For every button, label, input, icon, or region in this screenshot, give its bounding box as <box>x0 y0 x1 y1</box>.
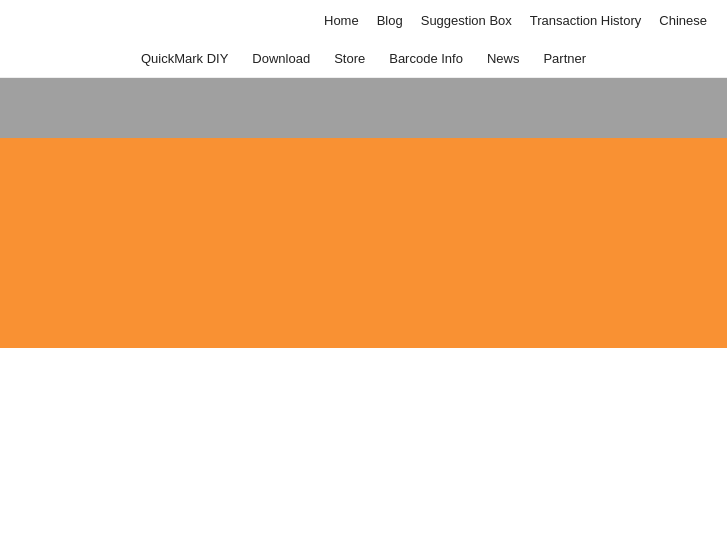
nav-partner[interactable]: Partner <box>543 51 586 66</box>
nav-blog[interactable]: Blog <box>377 13 403 28</box>
nav-quickmark-diy[interactable]: QuickMark DIY <box>141 51 228 66</box>
gray-banner <box>0 78 727 138</box>
nav-news[interactable]: News <box>487 51 520 66</box>
nav-suggestion-box[interactable]: Suggestion Box <box>421 13 512 28</box>
secondary-navigation: QuickMark DIY Download Store Barcode Inf… <box>0 40 727 78</box>
content-area <box>0 348 727 388</box>
nav-chinese[interactable]: Chinese <box>659 13 707 28</box>
orange-banner <box>0 138 727 348</box>
top-navigation: Home Blog Suggestion Box Transaction His… <box>0 0 727 40</box>
nav-store[interactable]: Store <box>334 51 365 66</box>
nav-home[interactable]: Home <box>324 13 359 28</box>
nav-transaction-history[interactable]: Transaction History <box>530 13 642 28</box>
nav-barcode-info[interactable]: Barcode Info <box>389 51 463 66</box>
nav-download[interactable]: Download <box>252 51 310 66</box>
